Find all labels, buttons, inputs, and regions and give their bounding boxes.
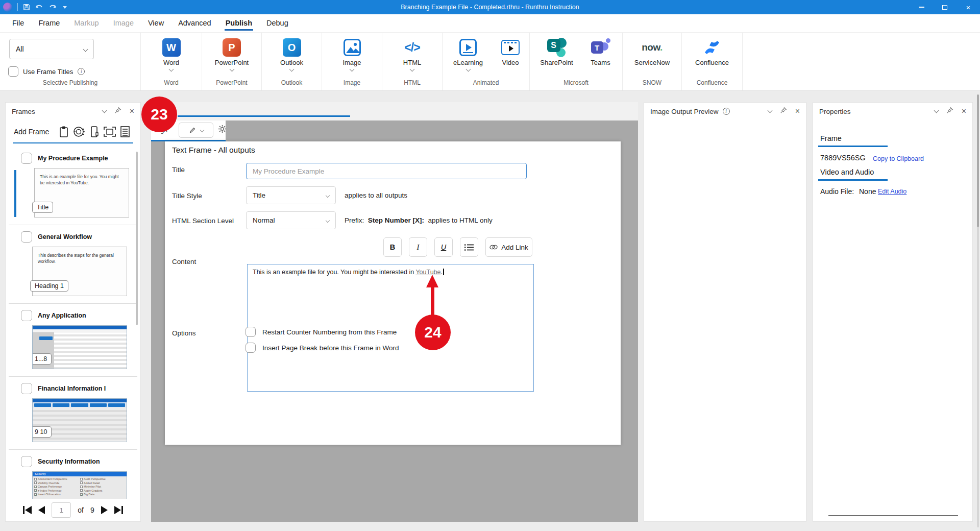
chevron-down-icon[interactable] — [934, 108, 939, 113]
previous-page-button[interactable] — [38, 506, 45, 514]
chevron-down-icon — [465, 67, 471, 72]
title-bar: Branching Example File - Completed.rthru… — [0, 0, 980, 14]
editor-area: gs Text Frame - All outputs Title Title … — [151, 102, 638, 522]
italic-button[interactable]: I — [409, 237, 427, 257]
last-page-button[interactable] — [114, 506, 123, 514]
html-code-icon: </> — [404, 41, 420, 55]
publish-ribbon: All Use Frame Titles i Selective Publish… — [0, 33, 980, 91]
add-device-frame-button[interactable] — [87, 125, 102, 139]
frame-list-item-general-workflow[interactable]: General Workflow This describes the step… — [9, 225, 137, 303]
close-icon[interactable]: × — [962, 107, 966, 115]
audio-file-value: None — [859, 187, 876, 196]
group-label: Outlook — [262, 79, 322, 86]
close-icon[interactable]: × — [795, 107, 800, 115]
chevron-down-icon — [326, 218, 330, 222]
page-total: 9 — [90, 506, 94, 514]
next-page-button[interactable] — [101, 506, 108, 514]
page-number-input[interactable]: 1 — [52, 502, 71, 518]
window-scrollbar[interactable] — [977, 94, 979, 527]
page-break-checkbox[interactable] — [246, 343, 256, 353]
chevron-down-icon[interactable] — [102, 108, 107, 113]
gear-icon[interactable] — [218, 125, 227, 135]
sharepoint-icon: S — [547, 38, 567, 57]
group-label: SNOW — [623, 79, 681, 86]
menu-image: Image — [108, 15, 139, 31]
page-break-label: Insert Page Break before this Frame in W… — [262, 344, 399, 352]
add-clipboard-frame-button[interactable] — [56, 125, 71, 139]
frame-thumbnail-screenshot[interactable]: 9 10 — [32, 398, 127, 442]
menu-publish[interactable]: Publish — [220, 15, 257, 31]
frame-list-item-security-information[interactable]: Security Information Security Accountant… — [9, 449, 137, 499]
properties-panel: Properties × Frame 7889VS56SG Copy to Cl… — [813, 102, 973, 522]
bold-button[interactable]: B — [383, 237, 402, 257]
maximize-button[interactable] — [933, 0, 957, 14]
group-label: Animated — [443, 79, 529, 86]
menu-debug[interactable]: Debug — [261, 15, 293, 31]
frame-thumbnail-screenshot[interactable]: Security Accountant Perspective Visibili… — [32, 471, 127, 499]
html-section-level-select[interactable]: Normal — [246, 211, 336, 229]
edit-pencil-button[interactable] — [179, 123, 213, 138]
frame-thumbnail-screenshot[interactable]: 1...8 — [32, 325, 127, 369]
menu-view[interactable]: View — [143, 15, 169, 31]
frame-checkbox[interactable] — [21, 383, 32, 394]
pin-icon[interactable] — [780, 107, 787, 116]
publish-filter-select[interactable]: All — [9, 39, 94, 59]
annotation-arrow-head — [426, 275, 438, 287]
frame-list-item-financial-information[interactable]: Financial Information I 9 10 — [9, 376, 137, 449]
frame-checkbox[interactable] — [21, 456, 32, 467]
page-of-label: of — [78, 506, 84, 514]
outlook-icon: O — [283, 38, 301, 57]
first-page-button[interactable] — [23, 506, 32, 514]
frame-checkbox[interactable] — [21, 153, 32, 164]
menu-file[interactable]: File — [7, 15, 29, 31]
menu-frame[interactable]: Frame — [33, 15, 65, 31]
restart-counter-checkbox[interactable] — [246, 327, 256, 337]
annotation-circle-23: 23 — [141, 96, 177, 132]
window-title: Branching Example File - Completed.rthru… — [0, 4, 980, 11]
ribbon-group-animated: eLearning Video Animated — [443, 33, 530, 90]
ribbon-group-word: W Word Word — [141, 33, 202, 90]
chevron-down-icon — [350, 67, 355, 72]
chevron-down-icon — [229, 67, 234, 72]
step-range-badge: 9 10 — [32, 426, 52, 438]
editor-tab-strip — [151, 102, 638, 120]
frame-list-item-any-application[interactable]: Any Application 1...8 — [9, 303, 137, 376]
group-label: PowerPoint — [202, 79, 261, 86]
frame-checkbox[interactable] — [21, 231, 32, 243]
elearning-icon — [459, 39, 477, 56]
frame-list-item-my-procedure-example[interactable]: My Procedure Example This is an example … — [6, 147, 140, 225]
menu-advanced[interactable]: Advanced — [173, 15, 216, 31]
edit-audio-link[interactable]: Edit Audio — [878, 188, 906, 195]
chevron-down-icon — [169, 67, 174, 72]
ribbon-group-confluence: Confluence Confluence — [682, 33, 743, 90]
use-frame-titles-checkbox[interactable] — [8, 66, 18, 77]
frame-thumbnail[interactable]: This describes the steps for the general… — [32, 247, 127, 296]
pin-icon[interactable] — [114, 107, 121, 116]
html-section-level-label: HTML Section Level — [172, 217, 234, 225]
content-field-label: Content — [172, 258, 196, 266]
title-input[interactable] — [246, 163, 527, 179]
title-style-select[interactable]: Title — [246, 186, 336, 204]
add-capture-frame-button[interactable] — [71, 125, 87, 139]
close-button[interactable]: × — [957, 0, 980, 14]
frames-panel-title: Frames — [12, 108, 35, 115]
menu-bar: File Frame Markup Image View Advanced Pu… — [0, 14, 980, 33]
ribbon-group-snow: now. ServiceNow SNOW — [623, 33, 682, 90]
frame-list-scrollbar[interactable] — [136, 152, 138, 325]
bullet-list-button[interactable] — [460, 237, 478, 257]
chevron-down-icon[interactable] — [767, 108, 772, 113]
add-selection-frame-button[interactable] — [102, 125, 117, 139]
frame-list: My Procedure Example This is an example … — [6, 147, 140, 499]
close-icon[interactable]: × — [130, 107, 134, 115]
minimize-button[interactable] — [910, 0, 933, 14]
pin-icon[interactable] — [946, 107, 953, 116]
group-label: Image — [322, 79, 382, 86]
video-icon — [501, 40, 520, 55]
frame-thumbnail[interactable]: This is an example file for you. You mig… — [34, 168, 129, 218]
frame-checkbox[interactable] — [21, 310, 32, 321]
add-document-frame-button[interactable] — [117, 125, 133, 139]
underline-button[interactable]: U — [434, 237, 453, 257]
add-link-button[interactable]: Add Link — [485, 237, 532, 257]
group-label: Word — [141, 79, 202, 86]
copy-to-clipboard-link[interactable]: Copy to Clipboard — [873, 155, 924, 162]
